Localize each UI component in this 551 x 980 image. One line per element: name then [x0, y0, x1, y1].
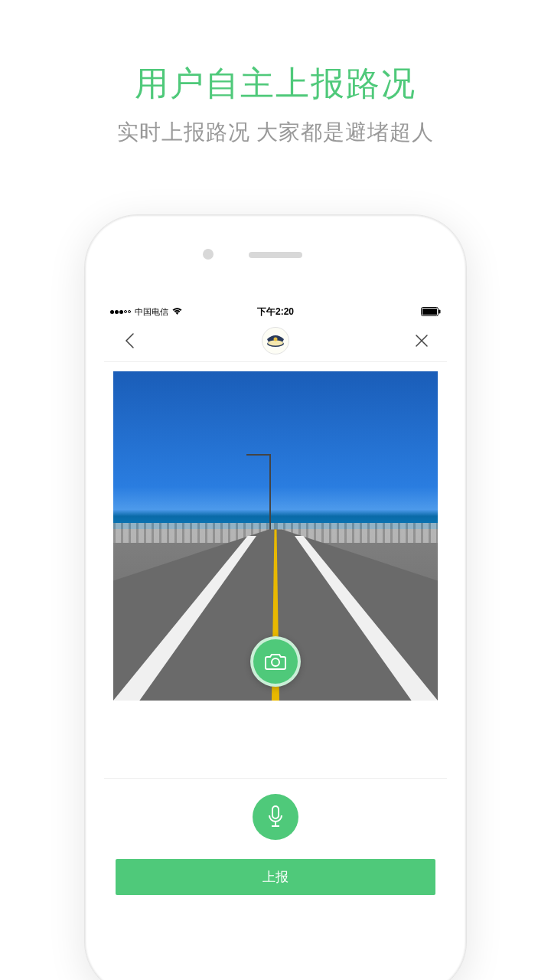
chevron-left-icon — [124, 332, 135, 349]
marketing-header: 用户自主上报路况 实时上报路况 大家都是避堵超人 — [0, 0, 551, 147]
submit-report-button[interactable]: 上报 — [116, 859, 435, 895]
wifi-icon — [172, 308, 182, 315]
svg-rect-1 — [422, 309, 437, 315]
photo-preview — [113, 371, 438, 701]
voice-record-button[interactable] — [253, 794, 298, 840]
signal-strength-icon — [110, 310, 131, 314]
close-icon — [415, 334, 429, 348]
phone-speaker — [249, 252, 302, 258]
status-time: 下午2:20 — [257, 305, 294, 318]
microphone-icon — [267, 805, 284, 828]
svg-point-4 — [268, 341, 283, 346]
status-bar-left: 中国电信 — [110, 306, 182, 318]
phone-screen: 中国电信 下午2:20 — [104, 303, 447, 906]
close-button[interactable] — [410, 329, 433, 352]
svg-rect-7 — [272, 806, 279, 818]
light-pole — [269, 454, 271, 540]
marketing-title: 用户自主上报路况 — [0, 61, 551, 106]
police-cap-icon — [266, 333, 285, 348]
camera-icon — [265, 652, 286, 671]
bottom-controls: 上报 — [104, 778, 447, 906]
marketing-subtitle: 实时上报路况 大家都是避堵超人 — [0, 118, 551, 147]
back-button[interactable] — [118, 329, 141, 352]
status-bar: 中国电信 下午2:20 — [104, 303, 447, 320]
svg-rect-2 — [439, 310, 441, 314]
navigation-bar — [104, 320, 447, 362]
phone-front-camera — [203, 249, 214, 260]
svg-point-5 — [274, 338, 278, 341]
svg-point-6 — [272, 658, 279, 666]
capture-photo-button[interactable] — [250, 636, 301, 687]
header-avatar[interactable] — [262, 327, 289, 354]
battery-icon — [421, 307, 441, 316]
carrier-label: 中国电信 — [135, 306, 168, 318]
phone-device-frame: 中国电信 下午2:20 — [84, 214, 467, 980]
